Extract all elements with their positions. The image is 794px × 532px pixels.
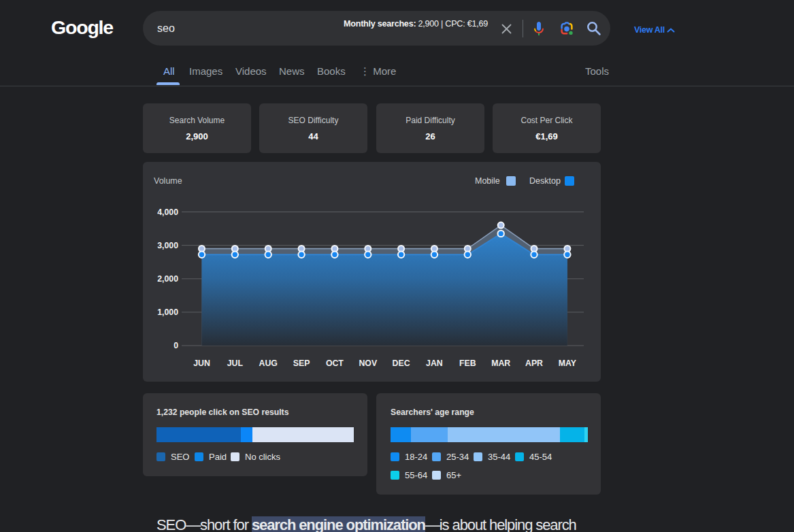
svg-text:FEB: FEB <box>459 359 476 368</box>
svg-text:3,000: 3,000 <box>157 241 178 250</box>
svg-text:JAN: JAN <box>426 359 443 368</box>
svg-text:2,000: 2,000 <box>157 274 178 284</box>
svg-text:SEP: SEP <box>293 359 310 368</box>
svg-text:1,000: 1,000 <box>157 307 178 317</box>
svg-text:JUL: JUL <box>227 359 244 368</box>
svg-text:APR: APR <box>525 359 543 368</box>
svg-text:AUG: AUG <box>259 359 278 368</box>
svg-text:MAY: MAY <box>559 359 576 368</box>
svg-text:OCT: OCT <box>326 359 344 368</box>
svg-text:4,000: 4,000 <box>157 207 178 217</box>
svg-text:0: 0 <box>173 341 178 350</box>
svg-text:DEC: DEC <box>393 359 410 368</box>
svg-text:JUN: JUN <box>193 359 210 368</box>
svg-text:MAR: MAR <box>491 359 510 368</box>
svg-text:NOV: NOV <box>359 359 377 368</box>
